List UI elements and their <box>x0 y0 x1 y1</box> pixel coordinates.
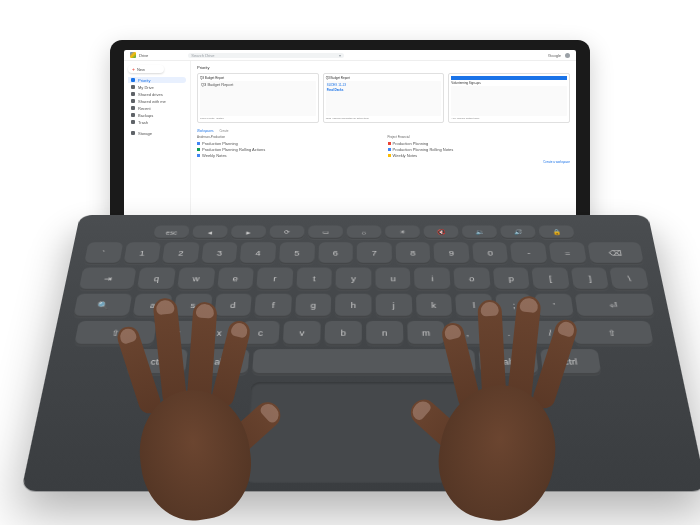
key-lock[interactable]: 🔒 <box>538 225 574 239</box>
key[interactable]: \ <box>610 268 650 291</box>
key[interactable]: w <box>177 268 215 291</box>
key[interactable]: q <box>137 268 176 291</box>
key[interactable]: i <box>414 268 450 291</box>
keyboard-row-4: ⇧zxcvbnm,./⇧ <box>68 321 661 346</box>
key-vol-down[interactable]: 🔉 <box>462 225 498 239</box>
key[interactable]: - <box>510 242 547 264</box>
key-enter[interactable]: ⏎ <box>575 294 655 318</box>
key-refresh[interactable]: ⟳ <box>269 225 304 239</box>
key-brightness-down[interactable]: ☼ <box>347 225 382 239</box>
card-preview: SLIDES 11-13Final Decks <box>326 81 442 116</box>
key[interactable]: ' <box>535 294 574 318</box>
key[interactable]: ` <box>84 242 123 264</box>
key[interactable]: n <box>366 321 403 346</box>
sidebar-item-shared-drives[interactable]: Shared drives <box>128 91 186 97</box>
avatar[interactable] <box>565 53 570 58</box>
key-tab[interactable]: ⇥ <box>79 268 137 291</box>
priority-card[interactable]: Q3 Budget Report SLIDES 11-13Final Decks… <box>323 73 445 123</box>
key-alt[interactable]: alt <box>189 349 249 375</box>
key[interactable]: x <box>199 321 238 346</box>
key-shift[interactable]: ⇧ <box>74 321 157 346</box>
key[interactable]: g <box>295 294 332 318</box>
key-backspace[interactable]: ⌫ <box>587 242 644 264</box>
key[interactable]: d <box>214 294 252 318</box>
key[interactable]: s <box>173 294 212 318</box>
key-brightness-up[interactable]: ☀ <box>385 225 420 239</box>
key[interactable]: 3 <box>201 242 238 264</box>
key[interactable]: v <box>283 321 321 346</box>
key-space[interactable] <box>252 349 476 375</box>
key[interactable]: ; <box>495 294 533 318</box>
key[interactable]: y <box>336 268 371 291</box>
brand-label: Google <box>548 53 561 58</box>
file-row[interactable]: Production Planning Rolling Actions <box>197 147 380 152</box>
key[interactable]: j <box>376 294 412 318</box>
sidebar-item-backups[interactable]: Backups <box>128 112 186 118</box>
file-row[interactable]: Weekly Notes <box>197 153 380 158</box>
key-fullscreen[interactable]: ▭ <box>308 225 343 239</box>
key[interactable]: l <box>455 294 493 318</box>
key[interactable]: b <box>324 321 361 346</box>
key[interactable]: m <box>407 321 445 346</box>
key[interactable]: u <box>375 268 411 291</box>
key[interactable]: a <box>133 294 172 318</box>
sidebar-item-recent[interactable]: Recent <box>128 105 186 111</box>
sidebar-item-shared-with-me[interactable]: Shared with me <box>128 98 186 104</box>
key[interactable]: k <box>415 294 452 318</box>
sidebar-item-label: Priority <box>138 78 150 83</box>
trackpad[interactable] <box>244 382 484 482</box>
tab-create[interactable]: Create <box>219 129 228 133</box>
key[interactable]: 1 <box>123 242 161 264</box>
key[interactable]: 0 <box>472 242 509 264</box>
key[interactable]: z <box>158 321 198 346</box>
key[interactable]: p <box>493 268 531 291</box>
key[interactable]: c <box>241 321 280 346</box>
key[interactable]: ] <box>571 268 610 291</box>
key[interactable]: 6 <box>318 242 353 264</box>
key[interactable]: r <box>256 268 293 291</box>
key-mute[interactable]: 🔇 <box>423 225 458 239</box>
new-button[interactable]: + New <box>128 65 164 73</box>
key[interactable]: 7 <box>357 242 392 264</box>
key[interactable]: 2 <box>162 242 200 264</box>
key-esc[interactable]: esc <box>153 225 189 239</box>
key[interactable]: e <box>217 268 254 291</box>
keyboard[interactable]: esc ◄ ► ⟳ ▭ ☼ ☀ 🔇 🔉 🔊 🔒 `1234567890-=⌫ ⇥… <box>21 215 700 491</box>
file-row[interactable]: Weekly Notes <box>388 153 571 158</box>
key[interactable]: 4 <box>240 242 276 264</box>
sidebar-storage[interactable]: Storage <box>128 130 186 136</box>
key-forward[interactable]: ► <box>231 225 267 239</box>
key[interactable]: . <box>489 321 528 346</box>
tab-workspaces[interactable]: Workspaces <box>197 129 213 133</box>
file-row[interactable]: Production Planning Rolling Notes <box>388 147 571 152</box>
key-ctrl[interactable]: ctrl <box>540 349 601 375</box>
key[interactable]: 8 <box>395 242 430 264</box>
create-workspace-link[interactable]: Create a workspace <box>388 160 571 164</box>
sidebar-item-trash[interactable]: Trash <box>128 119 186 125</box>
key-alt[interactable]: alt <box>478 349 538 375</box>
chevron-down-icon[interactable]: ▾ <box>339 53 341 58</box>
plus-icon: + <box>132 66 135 72</box>
key[interactable]: o <box>453 268 490 291</box>
key-search[interactable]: 🔍 <box>73 294 132 318</box>
key[interactable]: 9 <box>434 242 470 264</box>
key[interactable]: / <box>530 321 570 346</box>
priority-card[interactable]: Volunteering Sign-ups Alex Simons edited… <box>448 73 570 123</box>
key-vol-up[interactable]: 🔊 <box>500 225 536 239</box>
sidebar-item-my-drive[interactable]: My Drive <box>128 84 186 90</box>
key-back[interactable]: ◄ <box>192 225 228 239</box>
key[interactable]: f <box>254 294 291 318</box>
key-shift[interactable]: ⇧ <box>571 321 654 346</box>
key-ctrl[interactable]: ctrl <box>127 349 188 375</box>
priority-card[interactable]: Q3 Budget Report Q3 Budget Report Laura … <box>197 73 319 123</box>
file-row[interactable]: Production Planning <box>197 141 380 146</box>
key[interactable]: h <box>335 294 371 318</box>
sidebar-item-priority[interactable]: Priority <box>128 77 186 83</box>
key[interactable]: , <box>448 321 487 346</box>
file-row[interactable]: Production Planning <box>388 141 571 146</box>
key[interactable]: = <box>549 242 587 264</box>
key[interactable]: [ <box>532 268 570 291</box>
search-input[interactable]: Search Drive ▾ <box>188 53 344 58</box>
key[interactable]: 5 <box>279 242 315 264</box>
key[interactable]: t <box>296 268 332 291</box>
